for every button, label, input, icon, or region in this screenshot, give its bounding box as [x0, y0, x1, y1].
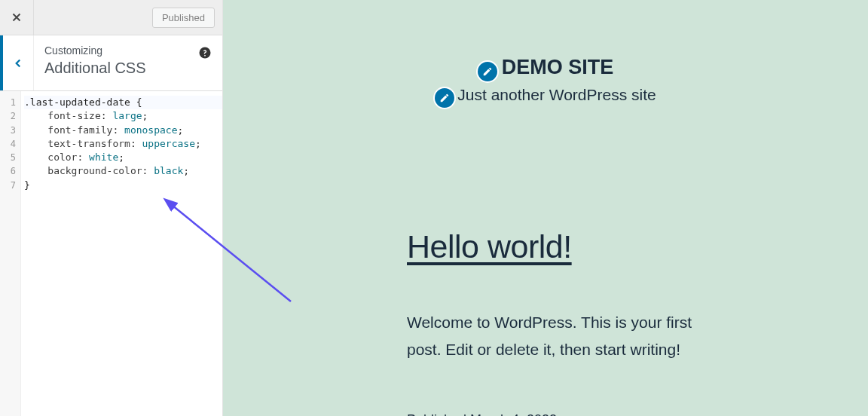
site-preview: DEMO SITE Just another WordPress site He… [223, 0, 868, 416]
help-button[interactable] [198, 46, 212, 60]
css-editor[interactable]: 1234567 .last-updated-date { font-size: … [0, 91, 222, 416]
help-icon [198, 46, 212, 60]
pencil-icon [482, 66, 493, 77]
pencil-icon [439, 93, 450, 103]
site-title[interactable]: DEMO SITE [502, 56, 614, 79]
post-body: Welcome to WordPress. This is your first… [407, 309, 705, 362]
customizer-sidebar: Published Customizing Additional CSS 123… [0, 0, 223, 416]
post-published-meta: Published March 4, 2022 [407, 412, 705, 416]
code-content: .last-updated-date { font-size: large; f… [0, 91, 222, 192]
close-icon [10, 11, 23, 24]
back-button[interactable] [0, 35, 34, 90]
edit-tagline-button[interactable] [435, 88, 454, 108]
customizer-topbar: Published [0, 0, 222, 35]
panel-header: Customizing Additional CSS [0, 35, 222, 91]
chevron-left-icon [11, 57, 25, 70]
close-button[interactable] [0, 0, 34, 35]
post-title-link[interactable]: Hello world! [407, 228, 705, 265]
post: Hello world! Welcome to WordPress. This … [223, 108, 705, 416]
edit-site-title-button[interactable] [478, 62, 497, 81]
panel-title: Additional CSS [44, 60, 212, 77]
line-numbers: 1234567 [0, 91, 21, 416]
site-tagline: Just another WordPress site [457, 86, 656, 103]
panel-breadcrumb: Customizing [44, 44, 212, 57]
publish-status-button[interactable]: Published [152, 8, 215, 28]
